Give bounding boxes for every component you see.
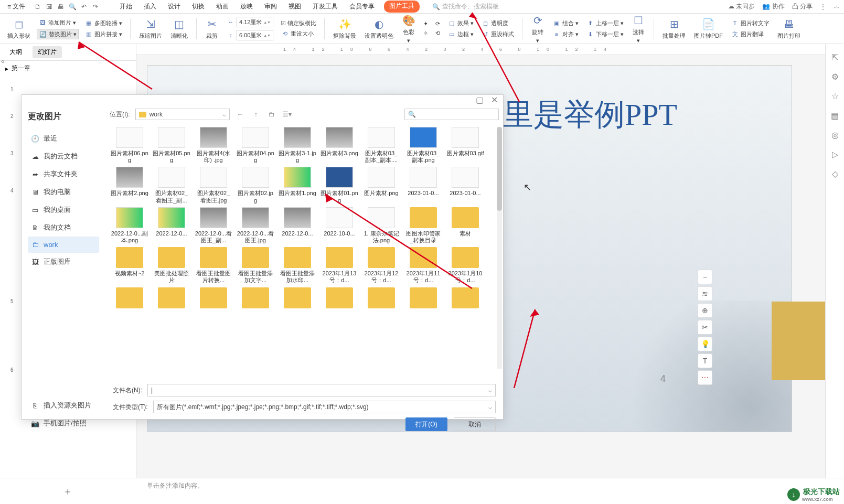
width-input[interactable]: 4.12厘米▲▼	[237, 17, 273, 27]
border-button[interactable]: ▭边框▾	[446, 29, 475, 39]
up-folder-icon[interactable]: ↑	[251, 109, 261, 120]
ef3[interactable]: ⟳	[434, 20, 442, 28]
tab-slideshow[interactable]: 放映	[238, 1, 255, 13]
dialog-search[interactable]: 🔍	[404, 109, 499, 120]
tab-view[interactable]: 视图	[286, 1, 303, 13]
height-input[interactable]: 6.00厘米▲▼	[237, 30, 273, 40]
file-item[interactable]: 图片素材05.png	[153, 127, 190, 164]
tab-transition[interactable]: 切换	[190, 1, 207, 13]
rs-end-icon[interactable]: ◇	[832, 169, 838, 179]
dialog-nav-正版图库[interactable]: 🖼正版图库	[28, 253, 99, 271]
new-folder-icon[interactable]: 🗀	[266, 109, 277, 120]
file-item[interactable]: 看图王批量图片转换...	[195, 247, 232, 284]
file-item[interactable]: 美图批处理照片	[153, 247, 190, 284]
tab-design[interactable]: 设计	[166, 1, 183, 13]
file-item[interactable]: 2022-10-0...	[320, 207, 358, 244]
file-item[interactable]: 视频素材~2	[111, 247, 148, 284]
file-item[interactable]: 图片素材3.png	[320, 127, 358, 164]
sync-status[interactable]: ☁ 未同步	[728, 2, 755, 11]
color-button[interactable]: 🎨色彩▾	[400, 14, 418, 44]
file-item[interactable]: 看图王批量添加文字...	[237, 247, 274, 284]
file-item[interactable]: 2023年1月11号：d...	[404, 247, 442, 284]
to-text-button[interactable]: T图片转文字	[729, 18, 771, 28]
file-item[interactable]: 2023年1月13号：d...	[320, 247, 358, 284]
collapse-panel-icon[interactable]: «	[1, 58, 5, 65]
tab-devtools[interactable]: 开发工具	[311, 1, 340, 13]
file-item[interactable]: 1. 康奈尔笔记法.png	[362, 207, 400, 244]
command-search[interactable]: 🔍 查找命令、搜索模板	[432, 2, 499, 11]
tab-animation[interactable]: 动画	[214, 1, 231, 13]
multi-outline-button[interactable]: ▦多图轮播 ▾	[83, 18, 124, 28]
more-icon[interactable]: ⋮	[820, 3, 826, 10]
crop-button[interactable]: ✂裁剪	[203, 17, 221, 40]
cancel-button[interactable]: 取消	[454, 417, 496, 431]
slide-num-1[interactable]: 1	[10, 87, 125, 92]
collab-button[interactable]: 👥 协作	[762, 2, 784, 11]
rs-circle-icon[interactable]: ◎	[831, 130, 839, 140]
height-spinner[interactable]: ▲▼	[263, 34, 271, 37]
to-pdf-button[interactable]: 📄图片转PDF	[692, 17, 725, 40]
up-layer-button[interactable]: ⬆上移一层▾	[584, 18, 625, 28]
file-item[interactable]: 图图水印管家_转换目录	[404, 207, 442, 244]
rs-rocket-icon[interactable]: ⇱	[831, 52, 838, 62]
dialog-nav-我的云文档[interactable]: ☁我的云文档	[28, 147, 99, 165]
file-item[interactable]: 图片素材4(水印) .jpg	[195, 127, 232, 164]
filename-input[interactable]: |⌵	[147, 384, 496, 396]
location-combo[interactable]: work ⌵	[135, 109, 230, 120]
file-item[interactable]	[320, 287, 358, 310]
effect-button[interactable]: ▢效果▾	[446, 18, 475, 28]
align-button[interactable]: ≡对齐▾	[551, 29, 580, 39]
file-item[interactable]: 看图王批量添加水印...	[279, 247, 316, 284]
replace-image-button[interactable]: 🔄替换图片 ▾	[37, 29, 79, 39]
ef4[interactable]: ⟲	[434, 29, 442, 37]
group-button[interactable]: ▣组合▾	[551, 18, 580, 28]
back-icon[interactable]: ←	[235, 109, 245, 120]
select-button[interactable]: ☐选择▾	[629, 14, 647, 44]
file-item[interactable]: 图片素材03_副本_副本....	[362, 127, 400, 164]
tab-insert[interactable]: 插入	[142, 1, 158, 13]
dialog-nav-共享文件夹[interactable]: ➦共享文件夹	[28, 165, 99, 183]
remove-bg-button[interactable]: ✨抠除背景	[331, 17, 358, 40]
add-image-button[interactable]: 🖼添加图片 ▾	[37, 18, 78, 27]
dialog-nav-最近[interactable]: 🕘最近	[28, 130, 99, 147]
file-item[interactable]	[111, 287, 148, 310]
dialog-nav-我的桌面[interactable]: ▭我的桌面	[28, 201, 99, 219]
reset-size-button[interactable]: ⟲重设大小	[279, 29, 315, 39]
batch-button[interactable]: ⊞批量处理	[660, 17, 688, 40]
transp-button[interactable]: ◻透明度	[479, 18, 510, 28]
preview-icon[interactable]: 🔍	[68, 3, 77, 11]
rs-settings-icon[interactable]: ⚙	[831, 72, 839, 82]
open-button[interactable]: 打开(O)	[405, 417, 447, 431]
dialog-nav-我的文档[interactable]: 🗎我的文档	[28, 219, 99, 237]
file-item[interactable]	[404, 287, 442, 310]
file-item[interactable]: 2022-12-0...看图王_副...	[195, 207, 232, 244]
file-item[interactable]: 图片素材.png	[362, 167, 400, 203]
rs-play-icon[interactable]: ▷	[832, 149, 838, 159]
tab-vip[interactable]: 会员专享	[347, 1, 377, 13]
file-item[interactable]: 图片素材02_看图王_副...	[153, 167, 190, 203]
file-item[interactable]: 图片素材3-1.jpg	[279, 127, 316, 164]
dialog-nav-我的电脑[interactable]: 🖥我的电脑	[28, 183, 99, 201]
redo-icon[interactable]: ↷	[91, 3, 100, 11]
file-item[interactable]: 图片素材03_副本.png	[404, 127, 442, 164]
file-item[interactable]: 图片素材04.png	[237, 127, 274, 164]
print-img-button[interactable]: 🖶图片打印	[775, 17, 803, 40]
file-item[interactable]: 图片素材02.jpg	[237, 167, 274, 203]
transparency-button[interactable]: ◐设置透明色	[362, 17, 396, 40]
new-icon[interactable]: 🗋	[34, 3, 42, 11]
rs-star-icon[interactable]: ☆	[831, 91, 839, 101]
file-item[interactable]: 2022-12-0...副本.png	[111, 207, 148, 244]
rs-layer-icon[interactable]: ▤	[831, 111, 839, 121]
file-item[interactable]: 2023-01-0...	[446, 167, 484, 203]
file-item[interactable]: 图片素材1.png	[279, 167, 316, 203]
lock-ratio-checkbox[interactable]: ☑ 锁定纵横比	[279, 19, 318, 28]
float-zoom-icon[interactable]: ⊕	[698, 303, 712, 318]
insert-shape-group[interactable]: ◻ 插入形状	[5, 17, 33, 40]
file-item[interactable]: 图片素材2.png	[111, 167, 148, 203]
file-item[interactable]: 2022-12-0...	[153, 207, 190, 244]
down-layer-button[interactable]: ⬇下移一层▾	[584, 29, 625, 39]
slides-tab[interactable]: 幻灯片	[33, 46, 62, 58]
file-item[interactable]	[237, 287, 274, 310]
float-minus[interactable]: −	[698, 270, 712, 284]
file-item[interactable]: 图片素材01.png	[320, 167, 358, 203]
